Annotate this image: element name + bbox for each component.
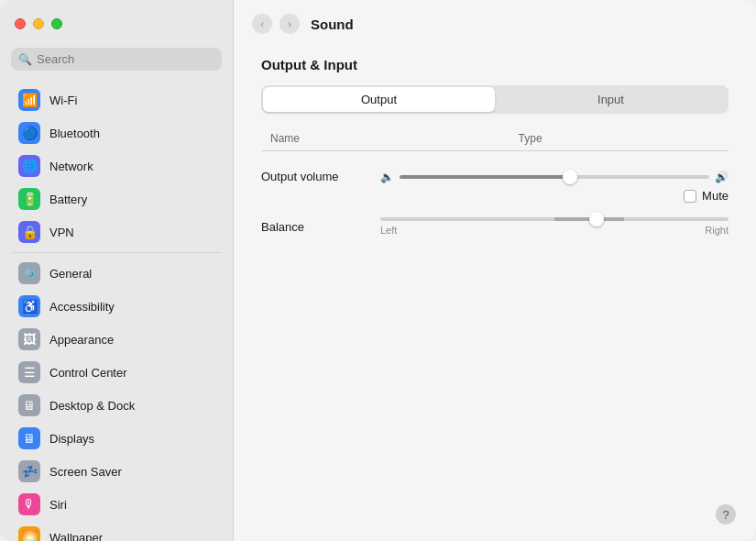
search-input[interactable] — [11, 48, 222, 71]
sidebar-item-desktop[interactable]: 🖥Desktop & Dock — [5, 389, 227, 422]
balance-right-label: Right — [705, 225, 729, 236]
sidebar-item-battery[interactable]: 🔋Battery — [5, 182, 227, 215]
sidebar-item-label-general: General — [49, 267, 92, 281]
siri-icon: 🎙 — [18, 493, 40, 515]
screen-saver-icon: 💤 — [18, 460, 40, 482]
content-area: Output & Input Output Input Name Type — [234, 48, 756, 263]
mute-label: Mute — [702, 189, 729, 203]
balance-thumb[interactable] — [589, 212, 604, 226]
volume-control-row: Output volume 🔈 🔊 — [261, 170, 729, 183]
search-container: 🔍 — [0, 48, 233, 80]
mute-checkbox[interactable] — [684, 190, 696, 203]
sidebar-item-label-wifi: Wi-Fi — [49, 94, 77, 107]
titlebar — [0, 0, 233, 48]
section-title: Output & Input — [261, 57, 729, 72]
balance-slider[interactable] — [380, 217, 729, 221]
tab-output[interactable]: Output — [263, 87, 495, 112]
sidebar-item-label-siri: Siri — [49, 498, 67, 512]
sidebar-item-screen-saver[interactable]: 💤Screen Saver — [5, 455, 227, 488]
sidebar-item-label-desktop: Desktop & Dock — [49, 399, 135, 413]
sidebar-item-wallpaper[interactable]: 🌅Wallpaper — [5, 521, 227, 541]
volume-label: Output volume — [261, 170, 371, 183]
sidebar-item-label-accessibility: Accessibility — [49, 300, 115, 314]
traffic-lights — [15, 18, 62, 29]
close-button[interactable] — [15, 18, 26, 29]
volume-slider-container: 🔈 🔊 — [380, 171, 729, 183]
main-titlebar: ‹ › Sound — [234, 0, 756, 48]
sidebar-divider — [13, 252, 220, 253]
tab-switcher: Output Input — [261, 85, 729, 114]
sidebar-item-wifi[interactable]: 📶Wi-Fi — [5, 83, 227, 116]
page-title: Sound — [311, 17, 354, 32]
content-wrapper: Output & Input Output Input Name Type — [234, 48, 756, 541]
sidebar-item-label-appearance: Appearance — [49, 333, 114, 347]
volume-low-icon: 🔈 — [380, 171, 394, 183]
sidebar-item-label-control-center: Control Center — [49, 366, 127, 380]
sidebar-item-accessibility[interactable]: ♿Accessibility — [5, 290, 227, 323]
mute-row: Mute — [261, 189, 729, 203]
sidebar-item-siri[interactable]: 🎙Siri — [5, 488, 227, 521]
sidebar-item-label-bluetooth: Bluetooth — [49, 127, 100, 140]
general-icon: ⚙️ — [18, 262, 40, 284]
sidebar-item-bluetooth[interactable]: 🔵Bluetooth — [5, 116, 227, 149]
forward-button[interactable]: › — [279, 14, 300, 34]
balance-left-label: Left — [380, 225, 397, 236]
balance-labels: Left Right — [380, 225, 729, 236]
sidebar-item-appearance[interactable]: 🖼Appearance — [5, 323, 227, 356]
sidebar-item-network[interactable]: 🌐Network — [5, 149, 227, 182]
accessibility-icon: ♿ — [18, 295, 40, 317]
main-content: ‹ › Sound Output & Input Output Input Na… — [234, 0, 756, 541]
sidebar-item-label-vpn: VPN — [49, 226, 74, 239]
wallpaper-icon: 🌅 — [18, 526, 40, 541]
tab-input[interactable]: Input — [495, 87, 727, 112]
col-type-header: Type — [509, 128, 729, 151]
search-wrapper: 🔍 — [11, 48, 222, 71]
displays-icon: 🖥 — [18, 427, 40, 449]
sidebar-item-label-wallpaper: Wallpaper — [49, 531, 103, 542]
balance-label: Balance — [261, 220, 371, 234]
back-button[interactable]: ‹ — [252, 14, 272, 34]
help-button[interactable]: ? — [716, 504, 736, 524]
volume-thumb[interactable] — [563, 170, 577, 184]
volume-slider[interactable] — [400, 175, 709, 179]
battery-icon: 🔋 — [18, 188, 40, 210]
desktop-icon: 🖥 — [18, 394, 40, 416]
col-name-header: Name — [261, 128, 509, 151]
sidebar-item-label-displays: Displays — [49, 432, 94, 446]
sidebar-item-vpn[interactable]: 🔒VPN — [5, 215, 227, 248]
sidebar-item-label-network: Network — [49, 160, 93, 173]
balance-control-row: Balance Left Right — [261, 217, 729, 236]
bluetooth-icon: 🔵 — [18, 122, 40, 144]
maximize-button[interactable] — [51, 18, 62, 29]
sidebar-item-displays[interactable]: 🖥Displays — [5, 422, 227, 455]
sidebar-item-label-battery: Battery — [49, 193, 87, 206]
sidebar-item-label-screen-saver: Screen Saver — [49, 465, 122, 479]
control-center-icon: ☰ — [18, 361, 40, 383]
window: 🔍 📶Wi-Fi🔵Bluetooth🌐Network🔋Battery🔒VPN⚙️… — [0, 0, 756, 541]
network-icon: 🌐 — [18, 155, 40, 177]
appearance-icon: 🖼 — [18, 328, 40, 350]
wifi-icon: 📶 — [18, 89, 40, 111]
device-table: Name Type — [261, 128, 729, 151]
sidebar-items: 📶Wi-Fi🔵Bluetooth🌐Network🔋Battery🔒VPN⚙️Ge… — [0, 80, 233, 541]
vpn-icon: 🔒 — [18, 221, 40, 243]
minimize-button[interactable] — [33, 18, 44, 29]
volume-high-icon: 🔊 — [715, 171, 729, 183]
sidebar-item-general[interactable]: ⚙️General — [5, 257, 227, 290]
balance-slider-wrapper: Left Right — [380, 217, 729, 236]
sidebar-item-control-center[interactable]: ☰Control Center — [5, 356, 227, 389]
sidebar: 🔍 📶Wi-Fi🔵Bluetooth🌐Network🔋Battery🔒VPN⚙️… — [0, 0, 234, 541]
